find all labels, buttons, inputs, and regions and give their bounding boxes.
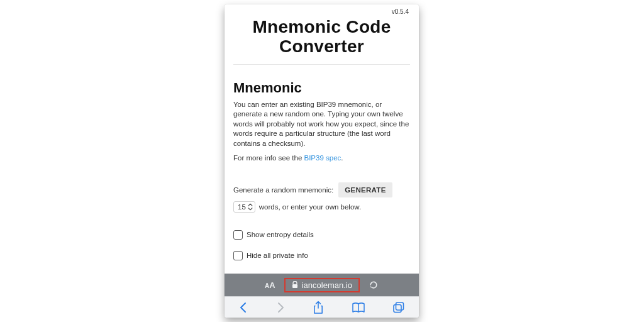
forward-button[interactable] bbox=[275, 301, 286, 314]
select-arrows-icon bbox=[248, 203, 253, 211]
hide-private-checkbox-label: Hide all private info bbox=[247, 252, 308, 259]
entropy-checkbox-label: Show entropy details bbox=[247, 231, 314, 238]
section-heading-mnemonic: Mnemonic bbox=[233, 80, 410, 96]
device-frame: v0.5.4 Mnemonic Code Converter Mnemonic … bbox=[225, 4, 419, 318]
generate-button[interactable]: GENERATE bbox=[338, 182, 392, 197]
page-content: v0.5.4 Mnemonic Code Converter Mnemonic … bbox=[225, 4, 419, 274]
url-bar: AA iancoleman.io bbox=[225, 274, 419, 296]
lock-icon bbox=[292, 281, 298, 289]
bip39-spec-link[interactable]: BIP39 spec bbox=[304, 154, 341, 162]
svg-rect-1 bbox=[396, 303, 404, 310]
generate-row: Generate a random mnemonic: GENERATE bbox=[233, 182, 410, 197]
entropy-checkbox-row: Show entropy details bbox=[233, 230, 410, 240]
share-button[interactable] bbox=[313, 301, 324, 314]
tabs-icon bbox=[392, 301, 405, 314]
text-size-button[interactable]: AA bbox=[265, 280, 275, 290]
generate-label: Generate a random mnemonic: bbox=[233, 186, 333, 194]
url-text: iancoleman.io bbox=[302, 280, 352, 290]
share-icon bbox=[313, 301, 324, 314]
svg-rect-2 bbox=[394, 304, 401, 312]
hide-private-checkbox[interactable] bbox=[233, 251, 243, 260]
back-button[interactable] bbox=[238, 301, 248, 314]
version-label: v0.5.4 bbox=[233, 8, 410, 15]
reload-button[interactable] bbox=[369, 280, 379, 290]
intro-paragraph: You can enter an existing BIP39 mnemonic… bbox=[233, 100, 410, 149]
bookmarks-button[interactable] bbox=[352, 302, 365, 313]
more-info-paragraph: For more info see the BIP39 spec. bbox=[233, 153, 410, 164]
more-info-suffix: . bbox=[341, 154, 343, 162]
chevron-left-icon bbox=[238, 301, 248, 314]
page-title: Mnemonic Code Converter bbox=[233, 18, 410, 65]
chevron-right-icon bbox=[275, 301, 286, 314]
word-count-select[interactable]: 15 bbox=[233, 201, 255, 213]
address-display[interactable]: iancoleman.io bbox=[284, 278, 360, 292]
word-count-value: 15 bbox=[238, 203, 246, 211]
more-info-prefix: For more info see the bbox=[233, 154, 304, 162]
word-count-row: 15 words, or enter your own below. bbox=[233, 201, 410, 213]
svg-rect-0 bbox=[292, 284, 297, 288]
browser-chrome: AA iancoleman.io bbox=[225, 274, 419, 318]
tabs-button[interactable] bbox=[392, 301, 405, 314]
toolbar bbox=[225, 296, 419, 318]
word-count-suffix: words, or enter your own below. bbox=[259, 203, 361, 211]
reload-icon bbox=[369, 280, 379, 290]
entropy-checkbox[interactable] bbox=[233, 230, 243, 240]
book-icon bbox=[352, 302, 365, 313]
hide-private-checkbox-row: Hide all private info bbox=[233, 251, 410, 260]
